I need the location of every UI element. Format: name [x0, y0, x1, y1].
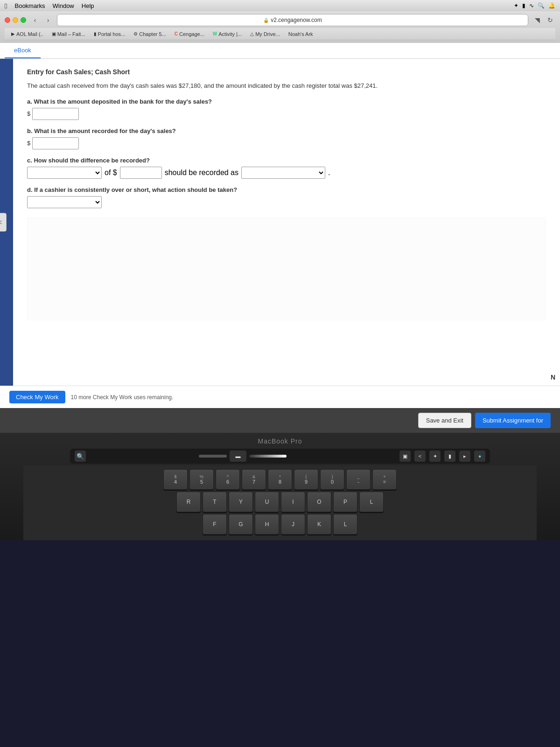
key-u[interactable]: U: [255, 492, 279, 512]
key-t[interactable]: T: [203, 492, 227, 512]
chapter5-icon: ⚙: [133, 31, 138, 36]
save-exit-button[interactable]: Save and Exit: [418, 413, 471, 428]
part-d-question: If a cashier is consistently over or sho…: [34, 186, 237, 193]
share-button[interactable]: ◥: [532, 15, 542, 25]
bookmark-mail[interactable]: ▣ Mail – Fait...: [49, 30, 88, 38]
bookmark-noahs[interactable]: Noah's Ark: [286, 30, 316, 38]
part-a: a. What is the amount deposited in the b…: [27, 98, 546, 120]
wifi-icon: ∿: [529, 2, 534, 9]
key-o[interactable]: O: [307, 492, 331, 512]
ebook-tab[interactable]: eBook: [5, 43, 41, 58]
menubar-help[interactable]: Help: [82, 2, 94, 9]
back-button[interactable]: ‹: [30, 15, 40, 25]
part-a-dollar: $: [27, 110, 30, 117]
part-b: b. What is the amount recorded for the d…: [27, 127, 546, 149]
key-l-bottom[interactable]: L: [333, 514, 357, 535]
search-icon[interactable]: 🔍: [538, 2, 545, 9]
question-description: The actual cash received from the day's …: [27, 81, 546, 91]
bookmark-drive[interactable]: △ My Drive...: [247, 30, 283, 38]
part-c-question: How should the difference be recorded?: [34, 157, 149, 164]
key-9[interactable]: ( 9: [294, 469, 318, 490]
touch-siri-icon[interactable]: ●: [474, 451, 485, 462]
touch-bar-brightness[interactable]: [249, 455, 287, 458]
sidebar: <: [0, 59, 13, 386]
n-indicator: N: [551, 374, 555, 381]
touch-bar: 🔍 ▬ ▣ < ✦ ▮ ▸ ●: [70, 449, 490, 464]
ebook-tab-bar: eBook: [0, 43, 560, 59]
keyboard-area: $ 4 % 5 ^ 6 & 7 * 8 ( 9: [23, 465, 537, 540]
lock-icon: 🔒: [263, 18, 269, 23]
key-k[interactable]: K: [307, 514, 331, 535]
browser-right-icons: ◥ ↻: [532, 15, 555, 25]
bookmark-cengage[interactable]: C Cengage...: [172, 30, 207, 38]
bookmark-aol[interactable]: ▶ AOL Mail (..: [8, 30, 46, 38]
part-a-answer-group: $: [27, 108, 546, 120]
battery-icon: ▮: [522, 2, 525, 9]
touch-brightness-icon: ✦: [429, 451, 441, 462]
maximize-button[interactable]: [21, 17, 26, 23]
bookmark-activity[interactable]: W Activity |...: [210, 30, 245, 38]
menubar-bookmarks[interactable]: Bookmarks: [14, 2, 45, 9]
close-button[interactable]: [5, 17, 10, 23]
part-b-answer-group: $: [27, 137, 546, 149]
submit-assignment-button[interactable]: Submit Assignment for: [475, 413, 551, 428]
aol-icon: ▶: [11, 31, 15, 36]
search-touch-icon[interactable]: 🔍: [75, 451, 86, 462]
watermark-area: [27, 218, 546, 320]
key-i[interactable]: I: [281, 492, 305, 512]
refresh-button[interactable]: ↻: [545, 15, 555, 25]
bookmark-portal[interactable]: ▮ Portal hos...: [91, 30, 128, 38]
keyboard-row-qwerty: R T Y U I O P L: [27, 492, 533, 512]
part-c-select-type[interactable]: Cash Short Cash Over: [27, 167, 102, 179]
touch-screencapture-icon[interactable]: ▣: [399, 451, 411, 462]
part-d-answer-group: Cashier should be investigated Cashier s…: [27, 196, 546, 208]
key-h[interactable]: H: [255, 514, 279, 535]
key-4[interactable]: $ 4: [163, 469, 188, 490]
key-7[interactable]: & 7: [242, 469, 266, 490]
check-my-work-button[interactable]: Check My Work: [9, 391, 65, 403]
mail-icon: ▣: [52, 31, 56, 36]
touch-bar-slider[interactable]: [199, 455, 227, 458]
touch-bar-left: 🔍: [75, 451, 86, 462]
part-b-input[interactable]: [32, 137, 79, 149]
part-d-select[interactable]: Cashier should be investigated Cashier s…: [27, 196, 102, 208]
apple-menu[interactable]: : [5, 2, 7, 10]
bookmark-chapter5[interactable]: ⚙ Chapter 5...: [131, 30, 168, 38]
notification-icon: 🔔: [548, 2, 555, 9]
key-f[interactable]: F: [203, 514, 227, 535]
part-d: d. If a cashier is consistently over or …: [27, 186, 546, 208]
part-c-amount-input[interactable]: [120, 167, 162, 179]
part-c-label: c. How should the difference be recorded…: [27, 157, 546, 164]
touch-bar-right: ▣ < ✦ ▮ ▸ ●: [399, 451, 485, 462]
key-l[interactable]: L: [359, 492, 384, 512]
portal-icon: ▮: [94, 31, 97, 36]
menubar-window[interactable]: Window: [53, 2, 74, 9]
forward-button[interactable]: ›: [43, 15, 53, 25]
part-c-select-account[interactable]: Cash Short and Over Miscellaneous Expens…: [241, 167, 325, 179]
part-a-label: a. What is the amount deposited in the b…: [27, 98, 546, 105]
key-5[interactable]: % 5: [189, 469, 214, 490]
key-6[interactable]: ^ 6: [216, 469, 240, 490]
touch-chevron-icon: <: [414, 451, 426, 462]
url-bar[interactable]: 🔒 v2.cengagenow.com: [57, 14, 528, 26]
browser-chrome: ‹ › 🔒 v2.cengagenow.com ◥ ↻ ▶ AOL Mail (…: [0, 11, 560, 43]
key-equals[interactable]: + =: [372, 469, 397, 490]
part-c-should-text: should be recorded as: [165, 169, 238, 177]
key-j[interactable]: J: [281, 514, 305, 535]
key-minus[interactable]: _ -: [346, 469, 371, 490]
menubar-right: ✦ ▮ ∿ 🔍 🔔: [514, 2, 555, 9]
macbook-body: MacBook Pro 🔍 ▬ ▣ < ✦ ▮ ▸ ● $ 4 %: [0, 433, 560, 540]
key-g[interactable]: G: [229, 514, 253, 535]
action-buttons-row: Save and Exit Submit Assignment for: [0, 408, 560, 433]
minimize-button[interactable]: [13, 17, 18, 23]
key-p[interactable]: P: [333, 492, 357, 512]
key-y[interactable]: Y: [229, 492, 253, 512]
key-0[interactable]: ) 0: [320, 469, 344, 490]
part-a-input[interactable]: [32, 108, 79, 120]
key-8[interactable]: * 8: [268, 469, 292, 490]
touch-volume-icon[interactable]: ▮: [444, 451, 455, 462]
key-r[interactable]: R: [176, 492, 201, 512]
part-b-dollar: $: [27, 140, 30, 147]
sidebar-back-button[interactable]: <: [0, 213, 7, 232]
question-title: Entry for Cash Sales; Cash Short: [27, 68, 546, 76]
